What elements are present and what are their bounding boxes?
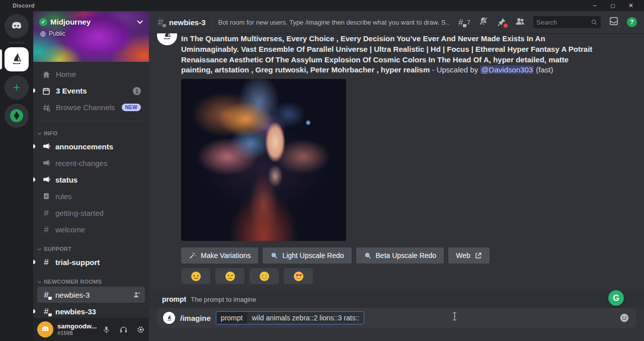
hash-icon: # bbox=[41, 258, 51, 267]
option-name: prompt bbox=[216, 312, 248, 324]
web-button[interactable]: Web bbox=[448, 247, 490, 264]
help-icon[interactable]: ? bbox=[627, 17, 637, 27]
reaction-button-heart-eyes[interactable] bbox=[284, 268, 313, 284]
notification-dot bbox=[504, 24, 508, 28]
user-mention[interactable]: @Davidson303 bbox=[480, 65, 534, 74]
threads-count: 7 bbox=[467, 19, 470, 26]
emoji-picker-icon[interactable] bbox=[619, 312, 630, 323]
create-invite-icon[interactable] bbox=[133, 291, 141, 299]
category-newcomer-rooms[interactable]: NEWCOMER ROOMS bbox=[37, 271, 145, 287]
search-box[interactable] bbox=[533, 16, 601, 28]
calendar-icon bbox=[41, 87, 51, 96]
make-variations-button[interactable]: Make Variations bbox=[181, 247, 258, 264]
inbox-icon[interactable] bbox=[609, 16, 619, 28]
app-main: + ✓ Midjourney Public bbox=[0, 11, 644, 341]
headphones-icon[interactable] bbox=[118, 324, 129, 335]
server-visibility: Public bbox=[33, 26, 149, 37]
pinned-messages-icon[interactable] bbox=[497, 17, 507, 27]
option-value-input[interactable]: wild animals zebra::2 lions::3 rats:: bbox=[247, 312, 364, 324]
plus-icon: + bbox=[13, 81, 20, 94]
unread-pill bbox=[33, 309, 35, 313]
gear-icon[interactable] bbox=[135, 324, 146, 335]
notifications-muted-icon[interactable] bbox=[478, 16, 489, 28]
channel-welcome[interactable]: # welcome bbox=[37, 221, 145, 237]
channel-title: newbies-3 bbox=[169, 18, 206, 27]
user-panel: samgoodw... #1598 bbox=[33, 318, 149, 341]
explore-servers-button[interactable] bbox=[5, 104, 29, 128]
add-server-button[interactable]: + bbox=[5, 75, 29, 100]
maximize-icon[interactable]: ▢ bbox=[604, 0, 622, 11]
sidebar-item-browse-channels[interactable]: Browse Channels NEW bbox=[37, 99, 145, 116]
sailboat-icon bbox=[8, 51, 25, 68]
beta-upscale-redo-button[interactable]: Beta Upscale Redo bbox=[356, 247, 444, 264]
new-badge: NEW bbox=[122, 104, 141, 111]
channel-getting-started[interactable]: # getting-started bbox=[37, 205, 145, 221]
user-tag: #1598 bbox=[57, 330, 97, 336]
username: samgoodw... bbox=[57, 322, 97, 330]
channel-topic[interactable]: Bot room for new users. Type /imagine th… bbox=[218, 19, 449, 26]
chevron-down-icon bbox=[137, 18, 142, 24]
category-support[interactable]: SUPPORT bbox=[37, 238, 145, 254]
server-icon-midjourney[interactable] bbox=[5, 47, 29, 71]
search-icon bbox=[591, 19, 598, 26]
threads-button[interactable]: # 7 bbox=[456, 18, 470, 27]
grinning-face-icon bbox=[259, 271, 270, 282]
minimize-icon[interactable]: – bbox=[586, 0, 604, 11]
close-icon[interactable]: ✕ bbox=[622, 0, 640, 11]
sidebar-item-events[interactable]: 3 Events 1 bbox=[37, 82, 145, 99]
param-description: The prompt to imagine bbox=[191, 296, 256, 303]
channel-recent-changes[interactable]: recent-changes bbox=[37, 155, 145, 171]
grammarly-icon[interactable]: G bbox=[608, 290, 624, 306]
reaction-button-grinning[interactable] bbox=[250, 268, 279, 284]
discord-logo-icon bbox=[40, 324, 50, 334]
verified-badge-icon: ✓ bbox=[39, 18, 47, 26]
channel-rules[interactable]: trial-support rules bbox=[37, 188, 145, 204]
generated-image[interactable] bbox=[181, 79, 346, 241]
home-icon bbox=[41, 70, 51, 79]
server-header[interactable]: ✓ Midjourney bbox=[33, 11, 149, 26]
rail-divider bbox=[9, 42, 25, 43]
bot-avatar-small bbox=[163, 312, 175, 324]
search-input[interactable] bbox=[536, 19, 591, 26]
chevron-down-icon bbox=[38, 279, 41, 283]
window-controls: – ▢ ✕ bbox=[586, 0, 640, 11]
hash-chat-icon: # bbox=[41, 290, 51, 299]
avatar[interactable] bbox=[37, 321, 53, 337]
light-upscale-redo-button[interactable]: Light Upscale Redo bbox=[263, 247, 351, 264]
discord-logo-icon bbox=[10, 19, 24, 33]
chat-area: # newbies-3 Bot room for new users. Type… bbox=[149, 11, 644, 341]
channel-newbies-3[interactable]: # newbies-3 bbox=[37, 287, 145, 303]
app-title: Discord bbox=[13, 3, 35, 9]
member-list-icon[interactable] bbox=[515, 16, 525, 29]
server-banner[interactable]: ✓ Midjourney Public bbox=[33, 11, 149, 62]
bot-avatar[interactable] bbox=[157, 33, 177, 45]
events-count-badge: 1 bbox=[133, 87, 141, 95]
hash-chat-icon: # bbox=[156, 18, 165, 27]
reaction-button-confounded[interactable] bbox=[181, 268, 210, 284]
wand-sparkles-icon bbox=[189, 251, 197, 260]
composer: prompt The prompt to imagine G /imagine … bbox=[149, 291, 644, 341]
selected-server-pill bbox=[0, 49, 2, 69]
message-text: In The Quantum Multiverses, Every Choice… bbox=[181, 33, 595, 75]
message-input-bar[interactable]: /imagine prompt wild animals zebra::2 li… bbox=[157, 308, 636, 328]
message-actions: Make Variations Light Upscale Redo Beta … bbox=[181, 247, 636, 264]
microphone-icon[interactable] bbox=[101, 324, 112, 335]
channel-announcements[interactable]: announcements bbox=[37, 138, 145, 154]
sidebar-item-home[interactable]: Home bbox=[37, 66, 145, 82]
window-titlebar: Discord – ▢ ✕ bbox=[0, 0, 644, 11]
channel-list: Home 3 Events 1 Browse Channels NEW bbox=[33, 62, 149, 318]
reaction-button-unamused[interactable] bbox=[215, 268, 245, 284]
command-option-pill[interactable]: prompt wild animals zebra::2 lions::3 ra… bbox=[216, 311, 365, 324]
user-info[interactable]: samgoodw... #1598 bbox=[57, 322, 97, 337]
discord-home-button[interactable] bbox=[5, 14, 29, 38]
channel-status[interactable]: status bbox=[37, 172, 145, 188]
hash-icon: # bbox=[41, 225, 51, 234]
external-link-icon bbox=[474, 252, 482, 260]
channel-trial-support[interactable]: # trial-support bbox=[37, 254, 145, 270]
globe-icon bbox=[40, 31, 46, 37]
hash-chat-icon: # bbox=[41, 307, 51, 316]
channel-header: # newbies-3 Bot room for new users. Type… bbox=[149, 11, 644, 33]
category-info[interactable]: INFO bbox=[37, 122, 145, 138]
sailboat-icon bbox=[165, 314, 174, 322]
channel-newbies-33[interactable]: # newbies-33 bbox=[37, 303, 145, 318]
